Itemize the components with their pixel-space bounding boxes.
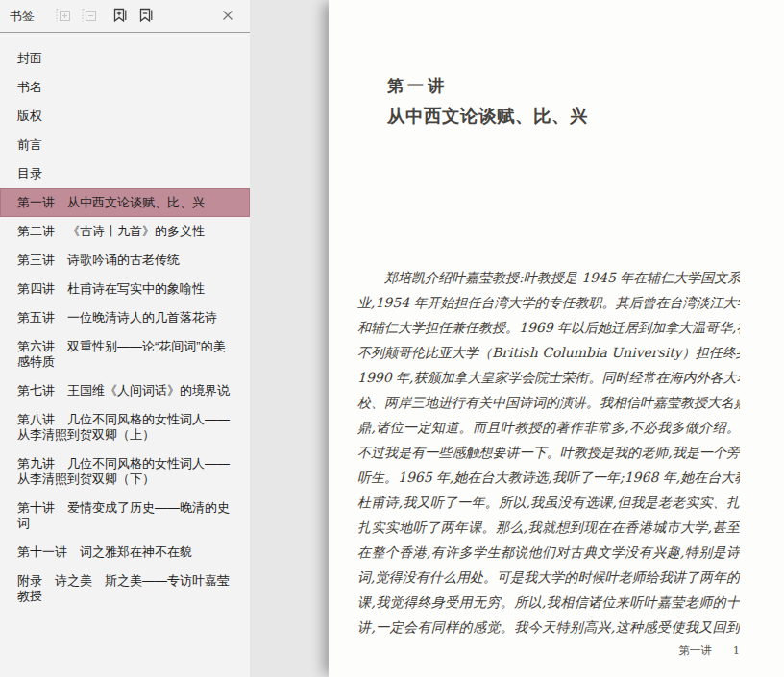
body-text-line: 1990 年,获颁加拿大皇家学会院士荣衔。同时经常在海内外各大名 bbox=[357, 365, 740, 390]
page-body-text: 郑培凯介绍叶嘉莹教授:叶教授是 1945 年在辅仁大学国文系毕业,1954 年开… bbox=[357, 265, 740, 640]
body-text-line: 课,我觉得终身受用无穷。所以,我相信诸位来听叶嘉莹老师的十 bbox=[357, 590, 740, 615]
bookmark-item[interactable]: 封面 bbox=[0, 44, 250, 73]
body-text-line: 鼎,诸位一定知道。而且叶教授的著作非常多,不必我多做介绍。 bbox=[357, 415, 740, 440]
page-footer: 第一讲 1 bbox=[678, 643, 740, 658]
close-icon[interactable] bbox=[219, 7, 236, 24]
bookmark-item[interactable]: 第九讲 几位不同风格的女性词人——从李清照到贺双卿（下） bbox=[0, 449, 250, 494]
body-text-line: 听生。1965 年,她在台大教诗选,我听了一年;1968 年,她在台大教 bbox=[357, 465, 740, 490]
bookmark-item-label: 第八讲 几位不同风格的女性词人——从李清照到贺双卿（上） bbox=[17, 412, 230, 442]
bookmark-item[interactable]: 附录 诗之美 斯之美——专访叶嘉莹教授 bbox=[0, 567, 250, 611]
bookmark-item-label: 第三讲 诗歌吟诵的古老传统 bbox=[17, 253, 180, 267]
bookmark-item-label: 第九讲 几位不同风格的女性词人——从李清照到贺双卿（下） bbox=[17, 456, 230, 486]
body-text-line: 扎实实地听了两年课。那么,我就想到现在在香港城市大学,甚至 bbox=[357, 515, 740, 540]
add-bookmark-icon[interactable] bbox=[111, 7, 129, 24]
bookmark-item-label: 第二讲 《古诗十九首》的多义性 bbox=[17, 224, 205, 238]
bookmark-item[interactable]: 前言 bbox=[0, 131, 250, 159]
bookmark-item[interactable]: 第二讲 《古诗十九首》的多义性 bbox=[0, 217, 250, 246]
body-text-line: 不列颠哥伦比亚大学（British Columbia University）担任… bbox=[357, 340, 740, 365]
body-text-line: 杜甫诗,我又听了一年。所以,我虽没有选课,但我是老老实实、扎 bbox=[357, 490, 740, 515]
bookmark-item[interactable]: 第四讲 杜甫诗在写实中的象喻性 bbox=[0, 275, 250, 303]
bookmark-list: 封面 书名 版权 前言 目录 第一讲 从中西文论谈赋、比、兴 第二讲 《古诗十九… bbox=[0, 33, 250, 611]
bookmark-item[interactable]: 第五讲 一位晚清诗人的几首落花诗 bbox=[0, 303, 250, 332]
bookmark-item[interactable]: 第八讲 几位不同风格的女性词人——从李清照到贺双卿（上） bbox=[0, 405, 250, 449]
bookmark-item-label: 书名 bbox=[17, 80, 42, 94]
body-text-line: 校、两岸三地进行有关中国诗词的演讲。我相信叶嘉莹教授大名鼎 bbox=[357, 390, 740, 415]
pdf-page: 第一讲 从中西文论谈赋、比、兴 郑培凯介绍叶嘉莹教授:叶教授是 1945 年在辅… bbox=[329, 0, 784, 677]
bookmark-item-label: 版权 bbox=[17, 109, 42, 123]
document-canvas: 第一讲 从中西文论谈赋、比、兴 郑培凯介绍叶嘉莹教授:叶教授是 1945 年在辅… bbox=[250, 0, 784, 677]
bookmark-item-label: 第四讲 杜甫诗在写实中的象喻性 bbox=[17, 281, 205, 296]
bookmark-item-label: 附录 诗之美 斯之美——专访叶嘉莹教授 bbox=[17, 573, 230, 603]
body-text-line: 在整个香港,有许多学生都说他们对古典文学没有兴趣,特别是诗 bbox=[357, 540, 740, 565]
bookmark-item-label: 目录 bbox=[17, 166, 42, 181]
body-text-line: 词,觉得没有什么用处。可是我大学的时候叶老师给我讲了两年的 bbox=[357, 565, 740, 590]
bookmark-item-label: 封面 bbox=[17, 51, 42, 65]
bookmark-item-label: 第十讲 爱情变成了历史——晚清的史词 bbox=[17, 500, 230, 530]
collapse-all-icon[interactable] bbox=[81, 7, 98, 24]
bookmarks-panel-title: 书签 bbox=[10, 8, 35, 25]
body-text-line: 业,1954 年开始担任台湾大学的专任教职。其后曾在台湾淡江大学 bbox=[357, 290, 740, 315]
bookmark-item-label: 第五讲 一位晚清诗人的几首落花诗 bbox=[17, 310, 217, 325]
bookmark-item[interactable]: 第六讲 双重性别——论“花间词”的美感特质 bbox=[0, 332, 250, 376]
bookmark-item-label: 第六讲 双重性别——论“花间词”的美感特质 bbox=[17, 339, 226, 369]
bookmark-item-label: 第十一讲 词之雅郑在神不在貌 bbox=[17, 544, 192, 559]
body-text-line: 郑培凯介绍叶嘉莹教授:叶教授是 1945 年在辅仁大学国文系毕 bbox=[357, 265, 740, 290]
bookmark-item-label: 第七讲 王国维《人间词话》的境界说 bbox=[17, 383, 230, 398]
footer-chapter: 第一讲 bbox=[678, 643, 712, 658]
bookmarks-toolbar: 书签 bbox=[0, 0, 250, 33]
remove-bookmark-icon[interactable] bbox=[137, 7, 155, 24]
body-text-line: 和辅仁大学担任兼任教授。1969 年以后她迁居到加拿大温哥华,在 bbox=[357, 315, 740, 340]
bookmark-item[interactable]: 第十讲 爱情变成了历史——晚清的史词 bbox=[0, 494, 250, 538]
bookmark-item-label: 前言 bbox=[17, 137, 42, 152]
chapter-label: 第一讲 bbox=[387, 75, 448, 97]
body-text-line: 讲,一定会有同样的感觉。我今天特别高兴,这种感受使我又回到 bbox=[357, 615, 740, 640]
bookmark-item[interactable]: 目录 bbox=[0, 159, 250, 188]
bookmark-item[interactable]: 第三讲 诗歌吟诵的古老传统 bbox=[0, 246, 250, 275]
bookmark-item[interactable]: 第十一讲 词之雅郑在神不在貌 bbox=[0, 538, 250, 567]
bookmark-item[interactable]: 第一讲 从中西文论谈赋、比、兴 bbox=[0, 188, 250, 217]
bookmarks-sidebar: 书签 bbox=[0, 0, 250, 677]
chapter-title: 从中西文论谈赋、比、兴 bbox=[387, 104, 588, 128]
expand-all-icon[interactable] bbox=[55, 7, 72, 24]
bookmark-item-label: 第一讲 从中西文论谈赋、比、兴 bbox=[17, 195, 205, 209]
body-text-line: 不过我是有一些感触想要讲一下。叶教授是我的老师,我是一个旁 bbox=[357, 440, 740, 465]
bookmark-item[interactable]: 版权 bbox=[0, 102, 250, 131]
bookmark-item[interactable]: 书名 bbox=[0, 73, 250, 102]
footer-page-number: 1 bbox=[733, 643, 740, 657]
bookmark-item[interactable]: 第七讲 王国维《人间词话》的境界说 bbox=[0, 376, 250, 405]
